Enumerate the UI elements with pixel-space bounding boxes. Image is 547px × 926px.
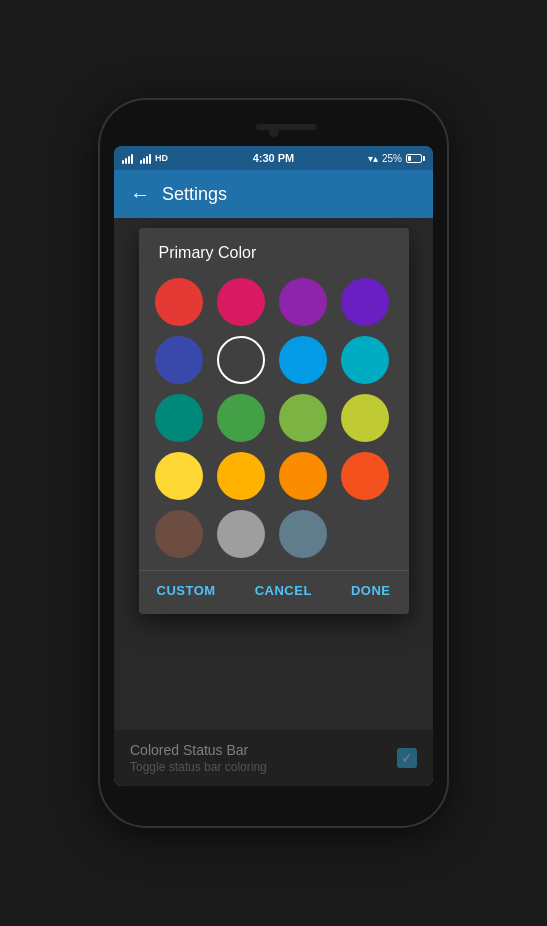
status-extra: HD	[155, 153, 168, 163]
color-red[interactable]	[155, 278, 203, 326]
color-grey[interactable]	[217, 510, 265, 558]
battery-icon	[406, 154, 425, 163]
color-cyan[interactable]	[341, 336, 389, 384]
camera	[269, 127, 279, 137]
phone-frame: HD 4:30 PM ▾▴ 25% ← Settings	[100, 100, 447, 826]
color-green[interactable]	[217, 394, 265, 442]
color-deep-purple[interactable]	[341, 278, 389, 326]
color-blue-selected[interactable]	[217, 336, 265, 384]
back-button[interactable]: ←	[130, 183, 150, 206]
signal-bars-2	[140, 152, 151, 164]
battery-tip	[423, 156, 425, 161]
toolbar-title: Settings	[162, 184, 227, 205]
color-light-green[interactable]	[279, 394, 327, 442]
color-brown[interactable]	[155, 510, 203, 558]
signal-bar2-1	[140, 160, 142, 164]
color-deep-orange[interactable]	[341, 452, 389, 500]
content-area: Primary Color CUSTOM CANCEL DONE Colored…	[114, 218, 433, 786]
dialog-title: Primary Color	[139, 228, 409, 274]
color-teal[interactable]	[155, 394, 203, 442]
color-pink[interactable]	[217, 278, 265, 326]
custom-button[interactable]: CUSTOM	[155, 579, 218, 602]
battery-body	[406, 154, 422, 163]
dialog-actions: CUSTOM CANCEL DONE	[139, 570, 409, 614]
cancel-button[interactable]: CANCEL	[253, 579, 314, 602]
status-left: HD	[122, 152, 168, 164]
signal-bar2-2	[143, 158, 145, 164]
signal-bar2-4	[149, 154, 151, 164]
speaker	[256, 124, 316, 130]
status-right: ▾▴ 25%	[368, 153, 425, 164]
signal-bar-2	[125, 158, 127, 164]
color-grid	[139, 274, 409, 570]
signal-bar-3	[128, 156, 130, 164]
signal-bar-1	[122, 160, 124, 164]
color-blue-grey[interactable]	[279, 510, 327, 558]
battery-fill	[408, 156, 411, 161]
battery-percent: 25%	[382, 153, 402, 164]
color-orange[interactable]	[279, 452, 327, 500]
wifi-icon: ▾▴	[368, 153, 378, 164]
signal-bars	[122, 152, 133, 164]
color-picker-dialog: Primary Color CUSTOM CANCEL DONE	[139, 228, 409, 614]
color-indigo[interactable]	[155, 336, 203, 384]
color-purple[interactable]	[279, 278, 327, 326]
dialog-overlay: Primary Color CUSTOM CANCEL DONE	[114, 218, 433, 786]
signal-bar2-3	[146, 156, 148, 164]
phone-bottom	[114, 786, 433, 808]
signal-bar-4	[131, 154, 133, 164]
color-lime[interactable]	[341, 394, 389, 442]
screen: HD 4:30 PM ▾▴ 25% ← Settings	[114, 146, 433, 786]
toolbar: ← Settings	[114, 170, 433, 218]
color-light-blue[interactable]	[279, 336, 327, 384]
status-bar: HD 4:30 PM ▾▴ 25%	[114, 146, 433, 170]
color-yellow[interactable]	[155, 452, 203, 500]
color-amber[interactable]	[217, 452, 265, 500]
status-time: 4:30 PM	[253, 152, 295, 164]
done-button[interactable]: DONE	[349, 579, 393, 602]
phone-top	[114, 118, 433, 146]
